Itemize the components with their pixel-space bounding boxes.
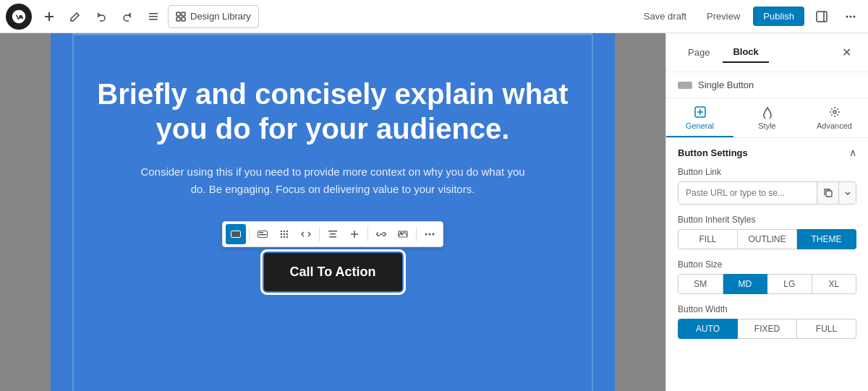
toolbar-divider-2	[319, 227, 320, 241]
svg-rect-2	[149, 19, 158, 20]
button-editing-toolbar	[222, 221, 443, 247]
url-chevron-icon[interactable]	[838, 182, 856, 204]
button-layout-tool[interactable]	[252, 224, 273, 244]
section-toggle-button[interactable]: ∧	[849, 147, 856, 158]
svg-point-10	[850, 15, 852, 17]
more-tool[interactable]	[420, 224, 440, 244]
advanced-icon-tab[interactable]: Advanced	[801, 98, 868, 137]
svg-point-16	[281, 231, 282, 232]
svg-point-9	[846, 15, 848, 17]
advanced-tab-label: Advanced	[817, 121, 852, 130]
code-tool[interactable]	[296, 224, 316, 244]
block-label-icon	[678, 82, 692, 89]
inherit-styles-group: FILL OUTLINE THEME	[678, 229, 856, 249]
style-tab-label: Style	[758, 121, 775, 130]
canvas-border-top	[72, 33, 593, 35]
canvas-wrapper: Briefly and concisely explain what you d…	[0, 33, 665, 391]
toolbar-divider-4	[416, 227, 417, 241]
section-header: Button Settings ∧	[678, 147, 856, 158]
theme-button[interactable]: THEME	[797, 229, 856, 249]
url-input[interactable]	[678, 183, 817, 203]
inherit-styles-label: Button Inherit Styles	[678, 215, 856, 225]
block-label-row: Single Button	[666, 72, 868, 98]
page-tab[interactable]: Page	[678, 42, 720, 63]
outline-button[interactable]: OUTLINE	[738, 229, 797, 249]
svg-point-21	[286, 233, 288, 235]
button-link-label: Button Link	[678, 167, 856, 177]
edit-tool-button[interactable]	[64, 5, 87, 28]
md-button[interactable]: MD	[723, 274, 768, 294]
svg-rect-7	[817, 12, 827, 22]
canvas-headline: Briefly and concisely explain what you d…	[80, 77, 586, 146]
button-width-group: AUTO FIXED FULL	[678, 319, 856, 339]
canvas-subtext: Consider using this if you need to provi…	[137, 163, 528, 198]
button-size-label: Button Size	[678, 259, 856, 270]
dots-grid-tool[interactable]	[274, 224, 294, 244]
panel-tab-group: Page Block	[678, 42, 769, 63]
svg-rect-14	[259, 232, 263, 233]
svg-rect-6	[182, 17, 185, 21]
list-view-button[interactable]	[142, 5, 165, 28]
svg-rect-15	[259, 234, 266, 236]
publish-button[interactable]: Publish	[753, 7, 804, 26]
image-tool[interactable]	[393, 224, 413, 244]
svg-point-19	[281, 233, 282, 235]
sm-button[interactable]: SM	[678, 274, 723, 294]
svg-point-32	[433, 233, 435, 236]
svg-point-22	[281, 236, 282, 238]
button-settings-section: Button Settings ∧ Button Link	[666, 138, 868, 358]
redo-button[interactable]	[116, 5, 139, 28]
canvas: Briefly and concisely explain what you d…	[51, 33, 615, 391]
svg-rect-25	[328, 231, 337, 232]
full-button[interactable]: FULL	[797, 319, 856, 339]
block-label-text: Single Button	[698, 80, 754, 90]
canvas-border-left	[72, 33, 74, 391]
svg-rect-12	[231, 231, 241, 238]
cta-button[interactable]: Call To Action	[264, 253, 402, 291]
svg-rect-3	[176, 12, 180, 16]
svg-point-31	[429, 233, 431, 236]
lg-button[interactable]: LG	[767, 274, 812, 294]
svg-rect-27	[329, 236, 336, 238]
toolbar-divider-1	[249, 227, 250, 241]
link-tool[interactable]	[371, 224, 391, 244]
align-tool[interactable]	[323, 224, 343, 244]
button-style-selected-tool[interactable]	[226, 224, 246, 244]
panel-close-button[interactable]: ✕	[836, 43, 856, 63]
svg-rect-1	[149, 16, 158, 17]
svg-point-20	[284, 233, 285, 235]
preview-button[interactable]: Preview	[699, 7, 747, 26]
svg-point-36	[833, 111, 836, 113]
xl-button[interactable]: XL	[812, 274, 857, 294]
main-area: Briefly and concisely explain what you d…	[0, 33, 868, 391]
add-block-button[interactable]	[38, 5, 61, 28]
fill-button[interactable]: FILL	[678, 229, 738, 249]
url-copy-icon[interactable]	[817, 182, 838, 204]
button-size-group: SM MD LG XL	[678, 274, 856, 294]
svg-point-23	[284, 236, 285, 238]
svg-point-17	[284, 231, 285, 232]
section-title: Button Settings	[678, 147, 748, 158]
wp-logo[interactable]	[6, 4, 32, 30]
general-icon-tab[interactable]: General	[666, 98, 733, 137]
svg-rect-37	[826, 191, 832, 197]
svg-rect-26	[330, 233, 336, 235]
more-options-button[interactable]	[839, 5, 862, 28]
plus-tool[interactable]	[344, 224, 365, 244]
url-input-row	[678, 181, 856, 205]
save-draft-button[interactable]: Save draft	[637, 7, 694, 26]
general-tab-label: General	[686, 121, 714, 130]
button-width-label: Button Width	[678, 304, 856, 314]
auto-button[interactable]: AUTO	[678, 319, 738, 339]
block-tab[interactable]: Block	[723, 42, 768, 63]
svg-point-24	[286, 236, 288, 238]
layout-toggle-button[interactable]	[810, 5, 833, 28]
design-library-label: Design Library	[190, 11, 251, 22]
style-icon-tab[interactable]: Style	[733, 98, 801, 137]
svg-rect-4	[182, 12, 185, 16]
undo-button[interactable]	[90, 5, 113, 28]
svg-rect-5	[176, 17, 180, 21]
top-toolbar: Design Library Save draft Preview Publis…	[0, 0, 868, 33]
design-library-button[interactable]: Design Library	[168, 5, 259, 28]
fixed-button[interactable]: FIXED	[738, 319, 797, 339]
